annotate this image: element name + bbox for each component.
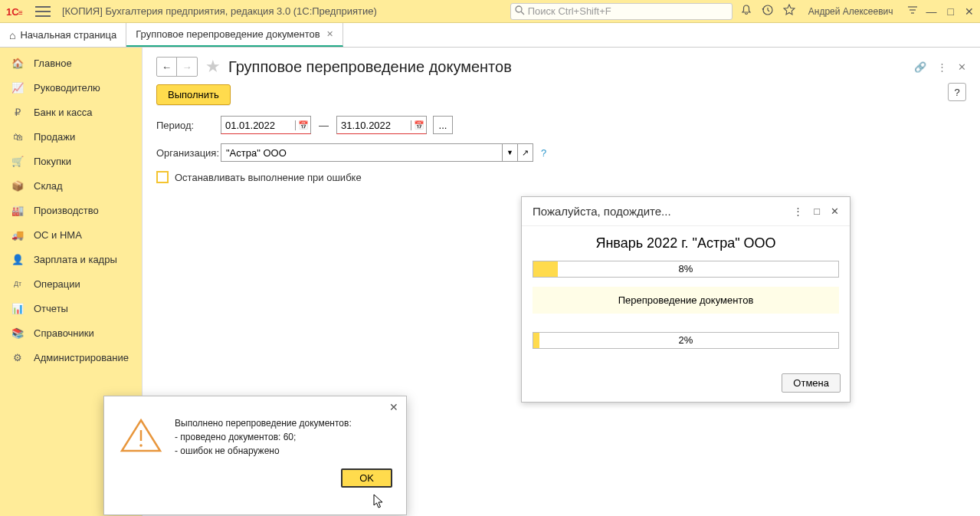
sidebar-item-assets[interactable]: 🚚ОС и НМА [0, 222, 142, 247]
tab-home[interactable]: ⌂ Начальная страница [0, 23, 126, 47]
svg-point-2 [516, 6, 522, 12]
sidebar-item-label: Отчеты [34, 303, 68, 314]
close-page-icon[interactable]: ✕ [958, 61, 966, 73]
sidebar-item-catalogs[interactable]: 📚Справочники [0, 320, 142, 345]
minimize-button[interactable]: — [926, 5, 937, 18]
sidebar-item-warehouse[interactable]: 📦Склад [0, 173, 142, 198]
stop-on-error-label: Останавливать выполнение при ошибке [175, 172, 362, 183]
progress-more-icon[interactable]: ⋮ [793, 205, 803, 217]
stop-on-error-checkbox[interactable] [156, 171, 169, 183]
tab-close-icon[interactable]: ✕ [326, 29, 333, 39]
sidebar-item-purchases[interactable]: 🛒Покупки [0, 149, 142, 173]
help-link[interactable]: ? [541, 147, 546, 159]
cart-icon: 🛒 [11, 155, 25, 167]
execute-button[interactable]: Выполнить [156, 84, 231, 105]
bell-icon[interactable] [740, 4, 752, 18]
sidebar-item-label: Банк и касса [34, 107, 93, 118]
link-icon[interactable]: 🔗 [914, 61, 926, 73]
more-icon[interactable]: ⋮ [937, 61, 947, 73]
progress-title: Пожалуйста, подождите... [533, 205, 671, 218]
progress-maximize-icon[interactable]: □ [814, 205, 820, 217]
help-button[interactable]: ? [948, 83, 966, 101]
chart-icon: 📈 [11, 81, 25, 94]
message-line-2: - проведено документов: 60; [175, 430, 352, 444]
date-from-field[interactable]: 📅 [221, 116, 311, 134]
home-icon: ⌂ [9, 29, 15, 41]
date-from-input[interactable] [221, 120, 295, 131]
star-icon[interactable] [783, 4, 795, 18]
user-name[interactable]: Андрей Алексеевич [808, 6, 893, 17]
search-input[interactable]: Поиск Ctrl+Shift+F [510, 3, 733, 20]
sidebar-item-admin[interactable]: ⚙Администрирование [0, 345, 142, 370]
search-icon [515, 5, 525, 18]
org-label: Организация: [156, 147, 221, 159]
bag-icon: 🛍 [11, 130, 25, 143]
org-input[interactable] [221, 143, 503, 162]
date-separator: — [319, 120, 329, 131]
svg-point-9 [139, 444, 143, 447]
favorite-icon[interactable]: ★ [205, 57, 221, 77]
settings-icon[interactable] [906, 4, 919, 18]
sidebar-item-label: ОС и НМА [34, 229, 82, 241]
progress-close-icon[interactable]: ✕ [831, 205, 839, 217]
close-button[interactable]: ✕ [965, 5, 974, 18]
sidebar-item-main[interactable]: 🏠Главное [0, 51, 142, 75]
cancel-button[interactable]: Отмена [782, 373, 841, 393]
svg-line-3 [521, 12, 524, 15]
message-text: Выполнено перепроведение документов: - п… [175, 416, 352, 458]
calendar-icon[interactable]: 📅 [295, 120, 310, 130]
sidebar-item-hr[interactable]: 👤Зарплата и кадры [0, 247, 142, 271]
tab-home-label: Начальная страница [20, 29, 116, 41]
progress-percent-2: 2% [533, 334, 838, 346]
period-label: Период: [156, 120, 221, 131]
person-icon: 👤 [11, 253, 25, 265]
search-placeholder: Поиск Ctrl+Shift+F [528, 5, 611, 17]
sidebar-item-label: Справочники [34, 327, 94, 339]
tab-repost-documents[interactable]: Групповое перепроведение документов ✕ [126, 23, 343, 47]
sidebar-item-manager[interactable]: 📈Руководителю [0, 75, 142, 100]
org-dropdown-icon[interactable]: ▼ [503, 143, 518, 162]
sidebar-item-reports[interactable]: 📊Отчеты [0, 296, 142, 320]
sidebar-item-label: Продажи [34, 131, 75, 143]
forward-button[interactable]: → [177, 58, 197, 76]
box-icon: 📦 [11, 179, 25, 192]
sidebar-item-label: Покупки [34, 156, 71, 167]
truck-icon: 🚚 [11, 228, 25, 241]
history-icon[interactable] [762, 4, 774, 18]
date-to-input[interactable] [337, 120, 411, 131]
ok-button[interactable]: OK [341, 468, 392, 488]
sidebar-item-sales[interactable]: 🛍Продажи [0, 124, 142, 149]
svg-text:1С: 1С [6, 6, 19, 18]
page-title: Групповое перепроведение документов [228, 58, 512, 76]
maximize-button[interactable]: □ [948, 5, 954, 18]
message-close-icon[interactable]: ✕ [389, 401, 398, 413]
date-to-field[interactable]: 📅 [336, 116, 427, 134]
tabbar: ⌂ Начальная страница Групповое перепрове… [0, 23, 980, 48]
main-menu-icon[interactable] [35, 6, 51, 17]
message-line-3: - ошибок не обнаружено [175, 444, 352, 458]
tab-current-label: Групповое перепроведение документов [136, 28, 320, 40]
warning-icon [118, 416, 164, 455]
gear-icon: ⚙ [11, 351, 25, 363]
progress-percent-1: 8% [533, 263, 838, 274]
sidebar-item-bank[interactable]: ₽Банк и касса [0, 100, 142, 124]
progress-dialog: Пожалуйста, подождите... ⋮ □ ✕ Январь 20… [521, 196, 851, 403]
calendar-icon[interactable]: 📅 [411, 120, 426, 130]
progress-heading: Январь 2022 г. "Астра" ООО [533, 235, 839, 251]
period-picker-button[interactable]: ... [433, 116, 453, 134]
ruble-icon: ₽ [11, 106, 25, 118]
factory-icon: 🏭 [11, 204, 25, 216]
org-open-icon[interactable]: ↗ [518, 143, 533, 162]
titlebar: 1С≡ [КОПИЯ] Бухгалтерия предприятия, ред… [0, 0, 980, 23]
sidebar-item-label: Главное [34, 58, 72, 69]
progress-bar-step: 2% [533, 332, 839, 349]
sidebar-item-label: Операции [34, 278, 80, 290]
bars-icon: 📊 [11, 302, 25, 314]
sidebar-item-operations[interactable]: ДтОперации [0, 271, 142, 296]
svg-text:≡: ≡ [18, 8, 23, 17]
sidebar-item-label: Производство [34, 205, 99, 216]
books-icon: 📚 [11, 327, 25, 339]
app-title: [КОПИЯ] Бухгалтерия предприятия, редакци… [62, 5, 377, 17]
sidebar-item-production[interactable]: 🏭Производство [0, 198, 142, 222]
back-button[interactable]: ← [157, 58, 177, 76]
